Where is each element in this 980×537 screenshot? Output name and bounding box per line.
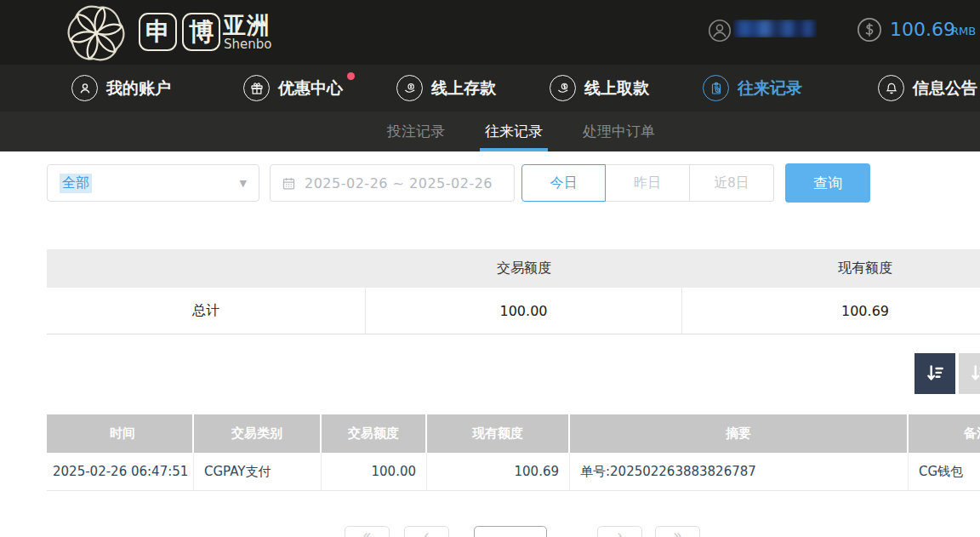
- first-page-button[interactable]: «: [345, 526, 390, 537]
- chevron-down-icon: ▼: [240, 178, 247, 189]
- balance-coin-icon: [857, 17, 882, 43]
- yesterday-button[interactable]: 昨日: [606, 164, 690, 202]
- col-header-transaction-amount: 交易额度: [322, 414, 427, 453]
- summary-total-row: 总计 100.00 100.69: [47, 288, 980, 334]
- summary-total-label: 总计: [47, 288, 366, 334]
- tab-label: 往来记录: [485, 122, 543, 141]
- col-header-type: 交易类别: [194, 414, 322, 453]
- col-header-balance: 现有额度: [427, 414, 570, 453]
- date-range-picker[interactable]: 2025-02-26 ~ 2025-02-26: [270, 164, 515, 202]
- nav-item-withdraw[interactable]: 线上取款: [550, 65, 649, 111]
- table-row: 2025-02-26 06:47:51 CGPAY支付 100.00 100.6…: [47, 453, 980, 491]
- summary-total-transaction: 100.00: [366, 288, 682, 334]
- col-header-summary: 摘要: [570, 414, 909, 453]
- brand-char-shen: 申: [139, 13, 177, 51]
- nav-item-my-account[interactable]: 我的账户: [71, 65, 171, 111]
- balance-amount[interactable]: 100.69: [890, 19, 955, 40]
- next-page-button[interactable]: ›: [597, 526, 642, 537]
- nav-label: 线上取款: [584, 77, 649, 100]
- cell-transaction-amount: 100.00: [322, 453, 427, 490]
- col-header-remark: 备注: [909, 414, 980, 453]
- summary-header-row: 交易额度 现有额度: [47, 249, 980, 288]
- tab-betting-records[interactable]: 投注记录: [387, 111, 445, 151]
- table-header-row: 时间 交易类别 交易额度 现有额度 摘要 备注: [47, 414, 980, 453]
- tab-label: 处理中订单: [583, 122, 655, 141]
- bell-icon: [878, 75, 904, 101]
- page-number-input[interactable]: [474, 526, 547, 537]
- nav-label: 优惠中心: [278, 77, 343, 100]
- nav-label: 往来记录: [738, 77, 802, 100]
- nav-item-transaction-records[interactable]: 往来记录: [703, 65, 802, 111]
- deposit-icon: [396, 75, 423, 101]
- record-tabs-bar: 投注记录 往来记录 处理中订单: [0, 111, 980, 151]
- transactions-table: 时间 交易类别 交易额度 现有额度 摘要 备注 2025-02-26 06:47…: [47, 414, 980, 491]
- username-redacted[interactable]: [733, 20, 817, 37]
- balance-currency: RMB: [951, 25, 976, 37]
- withdraw-icon: [550, 75, 576, 101]
- nav-item-deposit[interactable]: 线上存款: [396, 65, 496, 111]
- last-8-days-button[interactable]: 近8日: [690, 164, 774, 202]
- cell-time: 2025-02-26 06:47:51: [47, 453, 194, 490]
- quick-date-button-group: 今日 昨日 近8日: [521, 164, 774, 202]
- tab-transaction-records[interactable]: 往来记录: [485, 111, 543, 151]
- transaction-records-page: 申 博 亚洲 Shenbo 100.69 RMB: [0, 0, 980, 537]
- gift-icon: [243, 75, 270, 101]
- transaction-type-select[interactable]: 全部 ▼: [47, 164, 259, 202]
- summary-header-transaction: 交易额度: [366, 249, 682, 288]
- notification-dot-badge: [347, 72, 355, 80]
- today-button[interactable]: 今日: [521, 164, 606, 202]
- query-button[interactable]: 查询: [785, 163, 870, 203]
- sort-descending-button[interactable]: [914, 353, 955, 394]
- user-avatar-icon[interactable]: [708, 19, 732, 43]
- brand-flower-icon: [65, 3, 128, 64]
- tab-processing-orders[interactable]: 处理中订单: [583, 111, 655, 151]
- user-icon: [71, 75, 98, 101]
- last-page-button[interactable]: »: [655, 526, 700, 537]
- nav-label: 我的账户: [106, 77, 171, 100]
- nav-item-announcements[interactable]: 信息公告: [878, 65, 977, 111]
- summary-header-empty: [47, 249, 366, 288]
- top-header-bar: 申 博 亚洲 Shenbo 100.69 RMB: [0, 0, 980, 65]
- date-range-value: 2025-02-26 ~ 2025-02-26: [305, 175, 493, 191]
- cell-type: CGPAY支付: [194, 453, 322, 490]
- tab-label: 投注记录: [387, 122, 445, 141]
- brand-subtitle: Shenbo: [224, 37, 271, 52]
- nav-label: 线上存款: [431, 77, 496, 100]
- summary-header-balance: 现有额度: [682, 249, 980, 288]
- nav-item-promotions[interactable]: 优惠中心: [243, 65, 343, 111]
- cell-summary: 单号:202502263883826787: [570, 453, 909, 490]
- active-tab-underline: [480, 148, 548, 151]
- selected-type-value: 全部: [60, 174, 92, 193]
- brand-char-bo: 博: [182, 13, 220, 51]
- sort-ascending-button[interactable]: [959, 353, 980, 394]
- previous-page-button[interactable]: ‹: [404, 526, 449, 537]
- summary-total-balance: 100.69: [682, 288, 980, 334]
- summary-table: 交易额度 现有额度 总计 100.00 100.69: [47, 249, 980, 334]
- main-navigation: 我的账户 优惠中心 线上存款: [0, 65, 980, 111]
- col-header-time: 时间: [47, 414, 194, 453]
- nav-label: 信息公告: [913, 77, 977, 100]
- cell-remark: CG钱包: [909, 453, 980, 490]
- records-icon: [703, 75, 729, 101]
- cell-balance: 100.69: [427, 453, 570, 490]
- calendar-icon: [282, 176, 296, 191]
